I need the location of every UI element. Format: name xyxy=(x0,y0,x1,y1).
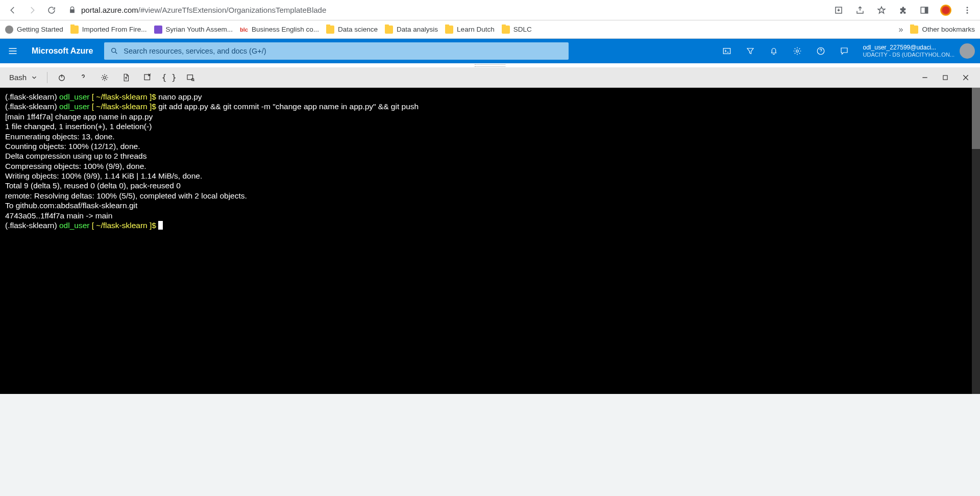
azure-header: Microsoft Azure Search resources, servic… xyxy=(0,39,980,63)
preview-icon xyxy=(186,73,195,82)
bookmark-syrian-youth[interactable]: Syrian Youth Assem... xyxy=(154,26,233,34)
star-icon xyxy=(877,6,886,15)
account-menu[interactable]: odl_user_227599@udaci... UDACITY - DS (U… xyxy=(856,43,980,59)
shell-selector-label: Bash xyxy=(9,73,27,82)
svg-rect-6 xyxy=(723,48,730,54)
install-icon xyxy=(834,6,843,15)
bookmark-learn-dutch[interactable]: Learn Dutch xyxy=(445,26,495,34)
azure-search[interactable]: Search resources, services, and docs (G+… xyxy=(104,42,569,60)
azure-brand[interactable]: Microsoft Azure xyxy=(26,46,104,56)
directories-button[interactable] xyxy=(739,39,762,63)
bookmark-getting-started[interactable]: Getting Started xyxy=(5,26,63,34)
restart-shell-button[interactable] xyxy=(53,69,71,86)
share-icon xyxy=(855,6,865,15)
other-bookmarks[interactable]: Other bookmarks xyxy=(910,26,975,34)
gear-icon xyxy=(100,73,109,82)
hamburger-button[interactable] xyxy=(0,39,26,63)
svg-point-2 xyxy=(967,7,968,8)
gear-icon xyxy=(793,46,802,56)
power-icon xyxy=(57,73,66,82)
avatar-icon xyxy=(960,43,975,59)
search-icon xyxy=(110,47,118,55)
bookmark-business-english[interactable]: blcBusiness English co... xyxy=(240,26,319,34)
url-box[interactable]: portal.azure.com/#view/AzureTfsExtension… xyxy=(62,3,828,18)
search-placeholder: Search resources, services, and docs (G+… xyxy=(124,47,266,55)
account-tenant: UDACITY - DS (UDACITYHOL.ON... xyxy=(863,52,954,58)
terminal[interactable]: (.flask-sklearn) odl_user [ ~/flask-skle… xyxy=(0,88,980,394)
divider xyxy=(47,72,47,83)
new-session-button[interactable] xyxy=(138,69,157,86)
shell-settings-button[interactable] xyxy=(95,69,114,86)
help-button[interactable] xyxy=(809,39,832,63)
hamburger-icon xyxy=(8,46,18,56)
cloudshell-drag-handle[interactable] xyxy=(0,63,980,67)
filter-icon xyxy=(746,46,755,56)
terminal-scrollbar[interactable] xyxy=(972,88,980,394)
svg-rect-14 xyxy=(943,75,947,79)
folder-icon xyxy=(502,26,510,34)
profile-button[interactable] xyxy=(937,2,954,19)
puzzle-icon xyxy=(898,6,908,15)
svg-point-5 xyxy=(112,48,116,53)
install-app-button[interactable] xyxy=(830,2,847,19)
share-button[interactable] xyxy=(851,2,869,19)
reload-icon xyxy=(47,6,56,15)
url-text: portal.azure.com/#view/AzureTfsExtension… xyxy=(81,6,326,14)
site-icon xyxy=(154,26,162,34)
editor-button[interactable]: { } xyxy=(160,69,178,86)
bookmark-imported[interactable]: Imported From Fire... xyxy=(70,26,147,34)
kebab-icon xyxy=(963,6,972,15)
braces-icon: { } xyxy=(162,72,177,82)
forward-button[interactable] xyxy=(23,2,41,19)
scrollbar-thumb[interactable] xyxy=(972,88,980,149)
side-panel-button[interactable] xyxy=(916,2,933,19)
folder-icon xyxy=(445,26,453,34)
web-preview-button[interactable] xyxy=(181,69,200,86)
address-bar: portal.azure.com/#view/AzureTfsExtension… xyxy=(0,0,980,20)
bookmarks-overflow[interactable]: » xyxy=(899,25,903,34)
upload-download-button[interactable] xyxy=(117,69,135,86)
cloudshell-toolbar: Bash { } xyxy=(0,67,980,88)
bookmark-data-analysis[interactable]: Data analysis xyxy=(385,26,438,34)
bookmark-sdlc[interactable]: SDLC xyxy=(502,26,532,34)
cloud-shell-button[interactable] xyxy=(715,39,739,63)
minimize-icon xyxy=(921,73,929,82)
folder-icon xyxy=(326,26,334,34)
chrome-menu-button[interactable] xyxy=(959,2,976,19)
lock-icon xyxy=(68,6,76,14)
globe-icon xyxy=(5,26,13,34)
bookmarks-bar: Getting Started Imported From Fire... Sy… xyxy=(0,20,980,39)
arrow-right-icon xyxy=(28,6,37,15)
back-button[interactable] xyxy=(4,2,21,19)
extensions-button[interactable] xyxy=(894,2,912,19)
svg-point-4 xyxy=(967,12,968,13)
svg-point-7 xyxy=(796,50,798,53)
reload-button[interactable] xyxy=(43,2,60,19)
svg-rect-1 xyxy=(925,7,928,13)
profile-icon xyxy=(940,5,951,16)
svg-point-3 xyxy=(967,9,968,11)
arrow-left-icon xyxy=(8,6,17,15)
help-icon xyxy=(79,73,88,82)
shell-selector[interactable]: Bash xyxy=(5,69,42,86)
terminal-wrap: (.flask-sklearn) odl_user [ ~/flask-skle… xyxy=(0,88,980,394)
svg-point-10 xyxy=(104,76,106,79)
shell-help-button[interactable] xyxy=(74,69,92,86)
folder-icon xyxy=(70,26,79,34)
panel-icon xyxy=(920,6,929,15)
feedback-button[interactable] xyxy=(832,39,856,63)
bell-icon xyxy=(769,46,778,56)
maximize-shell-button[interactable] xyxy=(936,69,954,86)
close-shell-button[interactable] xyxy=(957,69,975,86)
chevron-down-icon xyxy=(31,74,38,81)
account-email: odl_user_227599@udaci... xyxy=(863,44,954,51)
bookmark-data-science[interactable]: Data science xyxy=(326,26,378,34)
bookmark-star-button[interactable] xyxy=(873,2,890,19)
new-window-icon xyxy=(143,73,152,82)
minimize-shell-button[interactable] xyxy=(916,69,934,86)
settings-button[interactable] xyxy=(786,39,809,63)
cloudshell-icon xyxy=(722,46,731,56)
maximize-icon xyxy=(942,74,949,81)
notifications-button[interactable] xyxy=(762,39,786,63)
file-upload-icon xyxy=(121,73,131,82)
